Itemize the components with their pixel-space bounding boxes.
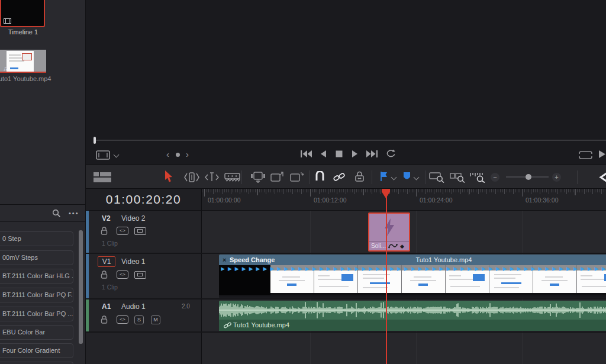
timeline-body: V2 Video 2 <> 1 Clip V1 Video 1 <> 1 Cli…	[86, 211, 606, 364]
previous-clip-icon[interactable]: ‹	[166, 150, 169, 159]
track-mute-button[interactable]: M	[151, 315, 160, 324]
audio-clip[interactable]: Tuto1 Youtube.mp4	[219, 301, 606, 331]
play-to-end-icon[interactable]	[598, 150, 606, 158]
next-clip-icon[interactable]: ›	[186, 150, 189, 159]
effect-item[interactable]: 00mV Steps	[0, 250, 73, 265]
selection-mode-icon[interactable]	[165, 170, 173, 183]
track-name-v1[interactable]: Video 1	[121, 257, 145, 266]
zoom-full-extent-icon[interactable]	[429, 172, 444, 183]
zoom-slider-handle[interactable]	[526, 174, 531, 180]
cinema-viewer-icon[interactable]	[579, 151, 592, 159]
effect-item[interactable]	[0, 362, 73, 364]
play-button[interactable]	[352, 150, 358, 157]
track-lock-icon[interactable]	[101, 315, 108, 324]
track-lock-icon[interactable]	[101, 227, 108, 235]
timeline-clips-area[interactable]: Soli... ◆ ▶▶▶▶▶▶▶▶▶▶▶▶▶▶▶▶▶▶▶▶▶▶▶▶▶▶▶▶▶▶…	[202, 211, 606, 364]
ruler-six-second-ticks	[202, 189, 606, 195]
viewer-format-chevron-icon[interactable]	[114, 152, 120, 158]
track-lock-icon[interactable]	[101, 270, 108, 279]
playhead-line[interactable]	[386, 189, 387, 364]
track-auto-select-icon[interactable]: <>	[117, 227, 128, 235]
toolbar-divider	[577, 170, 578, 184]
effects-panel: ••• 0 Step 00mV Steps BT.2111 Color Bar …	[0, 204, 86, 364]
keyframe-diamond-icon[interactable]: ◆	[400, 243, 404, 249]
track-clip-count: 1 Clip	[102, 284, 118, 291]
clip-name: Tuto1 Youtube.mp4	[233, 320, 289, 331]
zoom-in-button[interactable]: +	[552, 173, 561, 182]
stop-button[interactable]	[336, 150, 343, 157]
partial-arrow-icon[interactable]	[598, 172, 606, 183]
solid-color-clip[interactable]: Soli... ◆	[368, 212, 410, 252]
toolbar-divider	[426, 170, 426, 184]
search-icon[interactable]	[52, 209, 61, 218]
track-headers-panel: V2 Video 2 <> 1 Clip V1 Video 1 <> 1 Cli…	[86, 211, 202, 364]
ruler-label: 01:00:36:00	[526, 197, 558, 204]
loop-playback-icon[interactable]	[386, 149, 396, 159]
curve-icon[interactable]	[388, 243, 398, 249]
last-frame-button[interactable]	[366, 150, 378, 157]
zoom-out-button[interactable]: −	[491, 173, 499, 182]
viewer-scrub-handle[interactable]	[94, 137, 96, 144]
first-frame-button[interactable]	[301, 150, 312, 157]
zoom-detail-icon[interactable]	[450, 172, 465, 183]
track-auto-select-icon[interactable]: <>	[117, 315, 128, 324]
track-name-a1[interactable]: Audio 1	[121, 302, 146, 311]
video-clip[interactable]: ▶▶▶▶▶▶▶▶▶▶▶▶▶▶▶▶▶▶▶▶▶▶▶▶▶▶▶▶▶▶▶▶▶▶▶▶▶▶▶▶…	[219, 255, 606, 298]
effect-item[interactable]: Four Color Gradient	[0, 343, 73, 358]
dynamic-trim-mode-icon[interactable]	[205, 172, 219, 182]
insert-clip-icon[interactable]	[251, 172, 265, 183]
track-enable-icon[interactable]	[134, 227, 146, 235]
track-badge-a1[interactable]: A1	[102, 302, 111, 311]
davinci-resolve-edit-page: Timeline 1 ♫ Tuto1 Youtube.mp4 ••• 0 Ste…	[0, 0, 606, 364]
viewer-format-icon[interactable]	[96, 150, 110, 160]
audio-clip-label-bar: Tuto1 Youtube.mp4	[219, 320, 606, 331]
razor-edit-mode-icon[interactable]	[224, 173, 240, 182]
position-lock-icon[interactable]	[354, 171, 365, 182]
marker-dropdown-chevron-icon[interactable]	[414, 175, 420, 181]
effect-item[interactable]: 0 Step	[0, 231, 73, 246]
track-name-v2[interactable]: Video 2	[121, 214, 145, 223]
track-badge-v1-destination[interactable]: V1	[98, 256, 115, 267]
media-pool-item-video[interactable]: ♫	[0, 50, 46, 73]
effect-item[interactable]: BT.2111 Color Bar HLG ...	[0, 269, 73, 284]
music-note-icon: ♫	[3, 65, 8, 72]
effect-item[interactable]: EBU Color Bar	[0, 325, 73, 340]
viewer-scrub-bar[interactable]	[95, 140, 606, 141]
effects-scrollbar[interactable]	[79, 230, 83, 344]
zoom-custom-icon[interactable]	[470, 172, 485, 183]
track-badge-v2[interactable]: V2	[102, 214, 111, 223]
linked-selection-icon[interactable]	[333, 172, 345, 182]
media-pool-item-label: Timeline 1	[0, 28, 46, 36]
timeline-ruler[interactable]: 01:00:00:00 01:00:12:00 01:00:24:00 01:0…	[202, 189, 606, 211]
track-auto-select-icon[interactable]: <>	[117, 270, 128, 279]
toolbar-divider	[372, 170, 372, 184]
media-pool-item-label: Tuto1 Youtube.mp4	[0, 75, 52, 82]
effects-panel-header: •••	[0, 205, 85, 222]
ruler-label: 01:00:12:00	[314, 197, 346, 204]
flag-icon[interactable]	[381, 172, 388, 181]
video-thumbnail	[7, 51, 34, 72]
options-menu-icon[interactable]: •••	[69, 210, 79, 217]
clip-name: Tuto1 Youtube.mp4	[219, 255, 606, 265]
snapping-icon[interactable]	[314, 171, 325, 182]
speed-change-banner[interactable]: × Speed Change Tuto1 Youtube.mp4	[219, 255, 606, 265]
track-solo-button[interactable]: S	[134, 315, 144, 324]
replace-clip-icon[interactable]	[290, 172, 304, 183]
flag-dropdown-chevron-icon[interactable]	[391, 175, 397, 181]
effect-item[interactable]: BT.2111 Color Bar PQ ...	[0, 307, 73, 321]
marker-icon[interactable]	[403, 172, 411, 181]
lightning-bolt-icon	[383, 218, 395, 236]
trim-edit-mode-icon[interactable]	[183, 172, 200, 182]
timecode-display[interactable]: 01:00:20:20	[86, 189, 202, 211]
ruler-label: 01:00:00:00	[208, 197, 240, 204]
media-pool-panel: Timeline 1 ♫ Tuto1 Youtube.mp4	[0, 0, 86, 204]
overwrite-clip-icon[interactable]	[270, 172, 283, 183]
play-reverse-button[interactable]	[320, 150, 326, 157]
timeline-view-options-icon[interactable]	[94, 172, 111, 182]
media-pool-item-timeline[interactable]	[0, 0, 45, 27]
track-clip-count: 1 Clip	[102, 240, 118, 247]
timecode-value: 01:00:20:20	[86, 189, 201, 210]
toolbar-divider	[241, 170, 242, 184]
track-enable-icon[interactable]	[134, 271, 146, 279]
effect-item[interactable]: BT.2111 Color Bar PQ F...	[0, 288, 73, 302]
